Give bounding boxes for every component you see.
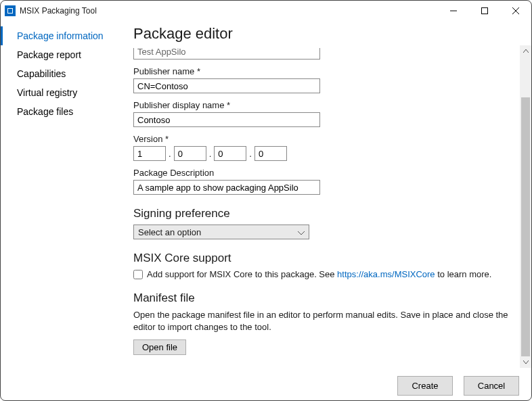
version-build-input[interactable] <box>214 146 246 161</box>
scrollbar-thumb[interactable] <box>521 97 530 356</box>
content: Package editor Test AppSilo Publisher na… <box>129 21 520 371</box>
signing-preference-selected: Select an option <box>138 227 201 237</box>
scroll-up-arrow-icon[interactable] <box>520 45 531 57</box>
msix-core-heading: MSIX Core support <box>133 252 514 265</box>
sidebar-item-label: Package report <box>17 49 81 60</box>
publisher-name-label: Publisher name * <box>133 66 514 76</box>
page-title: Package editor <box>133 25 514 43</box>
minimize-button[interactable] <box>438 1 469 21</box>
svg-rect-2 <box>8 9 12 13</box>
close-button[interactable] <box>500 1 531 21</box>
msix-core-checkbox[interactable] <box>133 270 143 279</box>
version-label: Version * <box>133 134 514 144</box>
package-description-label: Package Description <box>133 168 514 178</box>
close-icon <box>512 7 519 14</box>
sidebar-item-package-files[interactable]: Package files <box>1 102 129 121</box>
maximize-button[interactable] <box>469 1 500 21</box>
publisher-display-name-label: Publisher display name * <box>133 100 514 110</box>
cancel-button[interactable]: Cancel <box>464 376 519 396</box>
version-revision-input[interactable] <box>254 146 287 161</box>
manifest-file-text: Open the package manifest file in an edi… <box>133 309 512 333</box>
sidebar-item-package-report[interactable]: Package report <box>1 45 129 64</box>
publisher-name-input[interactable] <box>133 78 320 93</box>
sidebar-item-label: Capabilities <box>17 68 66 79</box>
scroll-down-arrow-icon[interactable] <box>520 356 531 368</box>
form-area: Test AppSilo Publisher name * Publisher … <box>133 48 514 355</box>
sidebar-item-label: Virtual registry <box>17 87 77 98</box>
minimize-icon <box>450 7 457 14</box>
maximize-icon <box>481 7 488 14</box>
titlebar: MSIX Packaging Tool <box>1 1 531 21</box>
signing-preference-select[interactable]: Select an option <box>133 225 309 239</box>
scrollbar-track[interactable] <box>520 57 531 356</box>
msix-core-label: Add support for MSIX Core to this packag… <box>147 269 491 279</box>
window-title: MSIX Packaging Tool <box>20 6 97 16</box>
sidebar-item-capabilities[interactable]: Capabilities <box>1 64 129 83</box>
version-minor-input[interactable] <box>174 146 206 161</box>
chevron-down-icon <box>298 227 305 237</box>
sidebar: Package information Package report Capab… <box>1 21 129 371</box>
sidebar-item-package-information[interactable]: Package information <box>1 26 129 45</box>
open-file-button[interactable]: Open file <box>133 339 186 355</box>
version-separator: . <box>246 149 254 159</box>
version-separator: . <box>206 149 215 159</box>
sidebar-item-virtual-registry[interactable]: Virtual registry <box>1 83 129 102</box>
version-separator: . <box>166 149 174 159</box>
create-button[interactable]: Create <box>397 376 453 396</box>
manifest-file-heading: Manifest file <box>133 291 514 305</box>
footer: Create Cancel <box>1 371 531 400</box>
version-major-input[interactable] <box>133 146 166 161</box>
sidebar-item-label: Package information <box>17 30 104 41</box>
sidebar-item-label: Package files <box>17 106 73 117</box>
vertical-scrollbar[interactable] <box>520 45 531 368</box>
svg-rect-4 <box>482 8 488 14</box>
package-name-field-clipped[interactable]: Test AppSilo <box>133 48 320 60</box>
publisher-display-name-input[interactable] <box>133 112 320 127</box>
app-icon <box>5 5 16 16</box>
signing-preference-heading: Signing preference <box>133 207 514 220</box>
package-description-input[interactable] <box>133 180 320 195</box>
msix-core-link[interactable]: https://aka.ms/MSIXCore <box>337 269 435 279</box>
